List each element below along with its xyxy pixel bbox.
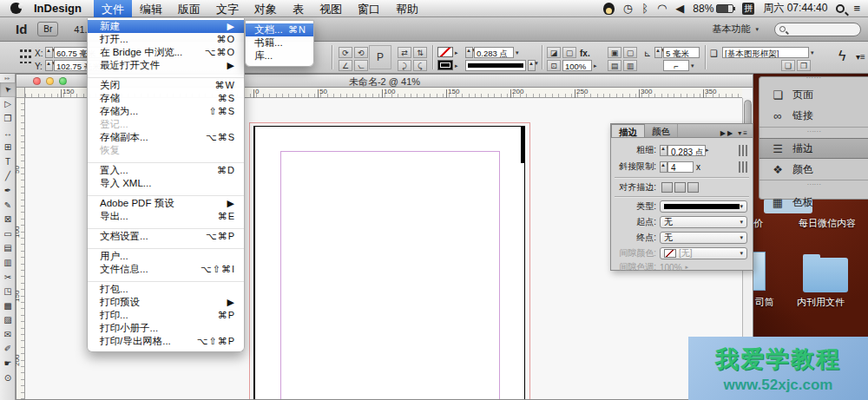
menubar-item[interactable]: 文字 [208,0,247,17]
object-style-icon[interactable]: ❑ [710,49,718,58]
vertical-ruler[interactable]: 50100150200 [16,98,25,399]
tool-button[interactable]: ➤ [0,82,16,97]
tool-button[interactable]: ▨ [0,313,16,328]
tool-button[interactable]: ⊞ [0,140,16,154]
document-page[interactable] [253,126,525,399]
object-style-arrow-icon[interactable]: ▾ [811,49,814,56]
menubar-item[interactable]: 编辑 [132,0,170,17]
menu-item[interactable]: 新建 ▶ [88,20,244,33]
cap-projecting-button[interactable] [746,145,747,156]
menu-item[interactable]: 打开... ⌘O [88,33,244,46]
spotlight-icon[interactable] [836,4,845,13]
gap-tint-value[interactable]: 100% [660,263,682,272]
tool-button[interactable]: ✐ [0,342,16,357]
menu-item[interactable]: 导出... ⌘E [88,210,244,223]
menubar-clock[interactable]: 周六 07:44:40 [763,1,827,16]
menubar-item[interactable]: 帮助 [388,0,426,17]
panel-collapse-menu-icons[interactable]: ▶▶ ▾≡ [720,129,753,137]
submenu-item[interactable]: 库... [246,49,313,62]
menu-item[interactable]: 恢复 [88,144,244,157]
weight-stepper[interactable]: ▲▼ [660,145,667,156]
tool-button[interactable]: ✎ [0,198,16,213]
opacity-dropdown-icon[interactable]: ▸ [594,62,597,69]
menu-item[interactable]: 打印小册子... [88,322,244,335]
stroke-swatch-arrow-icon[interactable]: ▸ [455,62,458,69]
corner-size-stepper[interactable]: ▲▼ [654,47,662,58]
stroke-style-dropdown[interactable] [465,60,526,71]
tool-button[interactable]: ▥ [0,255,16,270]
tool-button[interactable]: ✂ [0,270,16,285]
stroke-color-swatch[interactable] [437,60,453,70]
weight-field[interactable]: 0.283 点 [667,145,706,156]
panel-grip-icon[interactable]: ▸▸ [0,75,15,81]
dock-panel-button[interactable]: ▦ 色板 [760,192,868,213]
workspace-switcher[interactable]: 基本功能 ▾ [707,21,764,37]
weight-dropdown-icon[interactable]: ▸ [706,147,709,154]
bluetooth-icon[interactable]: ᛒ [641,2,648,15]
search-input[interactable] [774,23,861,36]
tab-color[interactable]: 颜色 [645,124,678,137]
clear-transform-button[interactable]: ⤹ [413,60,427,71]
cap-butt-button[interactable] [739,145,740,156]
cap-round-button[interactable] [742,145,744,156]
wrap-shape-button[interactable]: ▤ [608,60,621,71]
control-panel-menu-icon[interactable]: ▾≡ [856,52,865,62]
ruler-origin-box[interactable] [16,88,25,98]
menu-item[interactable]: 置入... ⌘D [88,164,244,177]
dock-panel-button[interactable]: ∞ 链接 [760,105,868,126]
shear-button[interactable]: ∠ [339,60,352,71]
stroke-type-dropdown[interactable]: ▾ [660,200,747,213]
quick-apply-a-button[interactable]: ❏ [781,60,795,71]
rotate-angle-button[interactable]: ⦦ [354,60,368,71]
menubar-item[interactable]: 文件 [94,0,132,17]
menu-item[interactable]: 存储为... ⇧⌘S [88,105,244,118]
stroke-weight-stepper[interactable]: ▲▼ [465,47,473,58]
align-inside-button[interactable] [674,182,686,193]
tool-button[interactable]: ◳ [0,284,16,298]
folder-icon[interactable] [803,258,848,292]
tool-button[interactable]: ✒ [0,183,16,198]
menubar-item[interactable]: 视图 [312,0,350,17]
rotate-180-button[interactable]: ⤸ [398,60,411,71]
end-dropdown[interactable]: 无▾ [660,232,747,244]
wrap-bounding-button[interactable]: ▢ [623,47,637,58]
menubar-item[interactable]: 窗口 [350,0,388,17]
align-outside-button[interactable] [687,182,699,193]
corner-shape-arrow-icon[interactable]: ▾ [691,62,694,69]
corner-options-icon[interactable]: ⊾ [644,49,651,58]
wrap-jump-button[interactable]: ▥ [623,60,637,71]
miter-field[interactable]: 4 [667,161,694,173]
dock-panel-button[interactable]: ❏ 页面 [760,84,868,105]
menu-item[interactable]: 打包... [88,283,244,296]
tool-button[interactable]: ↔ [0,126,16,141]
menu-item[interactable]: 打印预设 ▶ [88,296,244,309]
tool-button[interactable]: ☛ [0,356,16,370]
qq-icon[interactable] [603,3,615,15]
fill-swatch-arrow-icon[interactable]: ▸ [455,49,458,56]
menu-item[interactable]: 打印... ⌘P [88,309,244,322]
apple-icon[interactable] [10,3,22,14]
tool-button[interactable]: T [0,154,16,169]
corner-size-field[interactable]: 5 毫米 [663,47,700,58]
corner-shape-dropdown[interactable]: ⌐ [663,60,689,71]
tool-button[interactable]: ▤ [0,241,16,256]
fill-color-swatch[interactable] [437,47,453,57]
tool-button[interactable]: ▭ [0,226,16,241]
menubar-item[interactable]: 版面 [170,0,208,17]
stroke-weight-dropdown-icon[interactable]: ▾ [516,49,519,56]
menu-item[interactable] [88,223,244,230]
battery-status[interactable]: 88% [693,3,733,15]
tool-button[interactable]: ▩ [0,298,16,313]
clock-icon[interactable]: ◷ [623,2,633,15]
menu-item[interactable]: Adobe PDF 预设 ▶ [88,197,244,210]
opacity-field[interactable]: 100% [562,60,592,71]
menu-item[interactable]: 在 Bridge 中浏览... ⌥⌘O [88,46,244,59]
menu-item[interactable]: 导入 XML... [88,177,244,190]
flip-vertical-button[interactable]: ⇅ [413,47,427,58]
volume-icon[interactable]: ◀ [675,2,684,15]
join-round-button[interactable] [742,161,744,173]
menu-item[interactable] [88,72,244,79]
quick-apply-b-button[interactable]: ❐ [797,60,811,71]
menubar-item[interactable]: 对象 [247,0,285,17]
opacity-icon[interactable]: ⊡ [547,60,561,71]
